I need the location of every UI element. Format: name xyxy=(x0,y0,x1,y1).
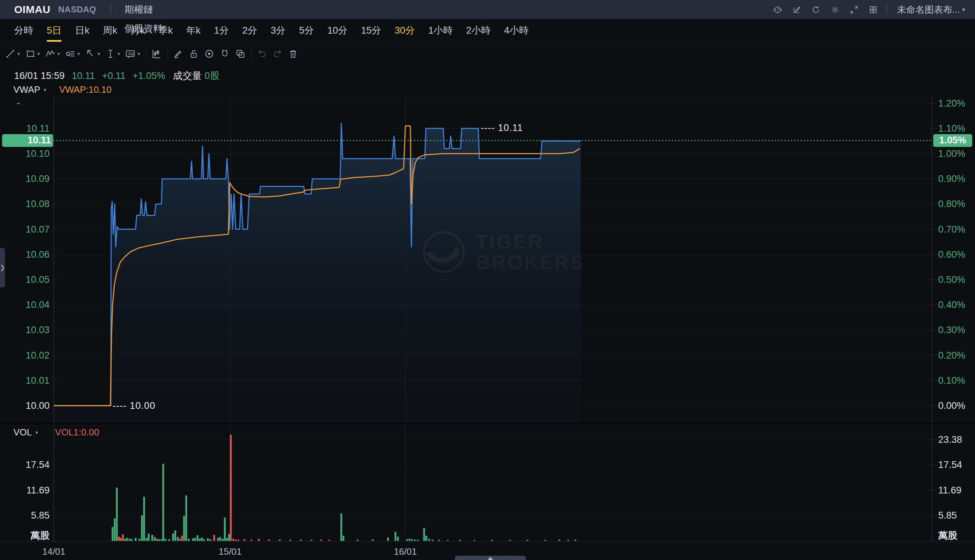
timeframe-季k[interactable]: 季k xyxy=(158,24,173,37)
volume-bar xyxy=(559,540,560,541)
volume-bar xyxy=(199,539,201,541)
volume-bar xyxy=(428,539,430,541)
timeframe-30分[interactable]: 30分 xyxy=(395,24,415,37)
timeframe-4小時[interactable]: 4小時 xyxy=(504,24,528,37)
volume-bar xyxy=(575,540,577,541)
measure-tool-button[interactable]: ▾ xyxy=(105,48,120,59)
text-tool-button[interactable]: Aa▾ xyxy=(125,48,140,59)
timeframe-5日[interactable]: 5日 xyxy=(47,24,62,37)
tiger-brokers-watermark: TIGER BROKERS xyxy=(421,229,585,275)
svg-text:Aa: Aa xyxy=(128,51,133,56)
volume-bar xyxy=(268,540,270,541)
collapse-indicator-icon[interactable]: ⌃ xyxy=(15,102,22,109)
chevron-down-icon[interactable]: ▾ xyxy=(118,51,120,57)
trend-line-button[interactable]: ▾ xyxy=(5,48,20,59)
chevron-down-icon[interactable]: ▾ xyxy=(38,51,40,57)
chevron-down-icon[interactable]: ▾ xyxy=(97,51,100,57)
quote-volume-value: 0股 xyxy=(205,69,220,82)
pencil-button[interactable] xyxy=(173,48,183,59)
chevron-down-icon[interactable]: ▾ xyxy=(57,51,60,57)
clone-button[interactable] xyxy=(235,48,246,59)
gear-icon[interactable] xyxy=(826,0,845,19)
volume-bar xyxy=(114,518,116,541)
timeframe-2分[interactable]: 2分 xyxy=(243,24,257,37)
volume-bar xyxy=(243,539,245,541)
refresh-icon[interactable] xyxy=(807,0,826,19)
vwap-value: VWAP:10.10 xyxy=(59,84,112,95)
trash-button[interactable] xyxy=(288,48,298,59)
timeframe-2小時[interactable]: 2小時 xyxy=(466,24,491,37)
chart-canvas[interactable] xyxy=(0,0,975,560)
wave-tool-button[interactable]: ▾ xyxy=(45,48,60,59)
vwap-label[interactable]: VWAP xyxy=(13,84,40,95)
timeframe-5分[interactable]: 5分 xyxy=(299,24,314,37)
chevron-down-icon[interactable]: ▾ xyxy=(962,6,965,13)
tab-期權鏈[interactable]: 期權鏈 xyxy=(111,0,176,19)
volume-bar xyxy=(116,488,118,541)
watermark-text: TIGER BROKERS xyxy=(476,232,585,273)
volume-bar xyxy=(409,539,411,541)
layout-grid-icon[interactable] xyxy=(864,0,883,19)
timeframe-10分[interactable]: 10分 xyxy=(327,24,348,37)
timeframe-15分[interactable]: 15分 xyxy=(361,24,381,37)
timeframe-日k[interactable]: 日k xyxy=(75,24,90,37)
volume-bar xyxy=(217,538,219,541)
volume-bar xyxy=(213,535,215,541)
volume-bar xyxy=(372,540,374,541)
volume-bar xyxy=(279,540,281,541)
left-panel-handle[interactable]: ❯ xyxy=(0,248,5,287)
volume-bar xyxy=(188,539,190,541)
chevron-up-icon xyxy=(488,557,493,560)
volume-bar xyxy=(527,540,528,541)
chevron-down-icon[interactable]: ▾ xyxy=(17,51,20,57)
volume-bar xyxy=(460,540,461,541)
bottom-panel-tab[interactable] xyxy=(455,556,526,560)
kline-style-button[interactable] xyxy=(151,48,162,59)
gauge-icon[interactable] xyxy=(768,0,787,19)
volume-bar xyxy=(127,538,128,541)
volume-bar xyxy=(152,535,153,541)
timeframe-1小時[interactable]: 1小時 xyxy=(428,24,453,37)
timeframe-1分[interactable]: 1分 xyxy=(214,24,229,37)
rectangle-tool-button[interactable]: ▾ xyxy=(25,48,40,59)
volume-bar xyxy=(131,539,133,541)
timeframe-周k[interactable]: 周k xyxy=(103,24,118,37)
quote-change-pct: +1.05% xyxy=(133,70,165,82)
volume-bar xyxy=(224,518,226,541)
volume-bar xyxy=(162,464,164,541)
fullscreen-icon[interactable] xyxy=(845,0,864,19)
chevron-down-icon[interactable]: ▾ xyxy=(35,429,38,436)
volume-bar xyxy=(210,539,212,541)
volume-bar xyxy=(235,540,237,541)
volume-bar xyxy=(432,540,434,541)
volume-bar xyxy=(222,539,224,541)
chevron-down-icon[interactable]: ▾ xyxy=(137,51,140,57)
unlock-button[interactable] xyxy=(188,48,199,59)
magnet-button[interactable] xyxy=(220,48,230,59)
edit-box-icon[interactable] xyxy=(787,0,807,19)
chevron-down-icon[interactable]: ▾ xyxy=(44,87,47,93)
chevron-down-icon[interactable]: ▾ xyxy=(78,51,80,57)
visibility-button[interactable] xyxy=(204,48,215,59)
volume-bar xyxy=(146,538,148,541)
timeframe-3分[interactable]: 3分 xyxy=(271,24,286,37)
redo-button[interactable] xyxy=(272,48,283,59)
timeframe-月k[interactable]: 月k xyxy=(131,24,145,37)
vol-label[interactable]: VOL xyxy=(13,427,32,438)
timeframe-年k[interactable]: 年k xyxy=(186,24,201,37)
arrow-tool-button[interactable]: ▾ xyxy=(85,48,100,59)
volume-bar xyxy=(438,540,440,541)
volume-bar xyxy=(183,516,185,541)
layout-name-selector[interactable]: 未命名图表布... xyxy=(897,3,960,16)
timeframe-分時[interactable]: 分時 xyxy=(14,24,33,37)
toolbar-separator xyxy=(167,49,168,59)
undo-button[interactable] xyxy=(257,48,267,59)
volume-bar xyxy=(122,535,124,541)
header-actions: 未命名图表布... ▾ xyxy=(768,0,965,19)
gann-tool-button[interactable]: G▾ xyxy=(65,48,80,59)
volume-bar xyxy=(320,540,322,541)
volume-bar xyxy=(118,537,120,541)
volume-bar xyxy=(181,535,183,541)
volume-bar xyxy=(220,537,221,541)
quote-datetime: 16/01 15:59 xyxy=(14,70,65,82)
